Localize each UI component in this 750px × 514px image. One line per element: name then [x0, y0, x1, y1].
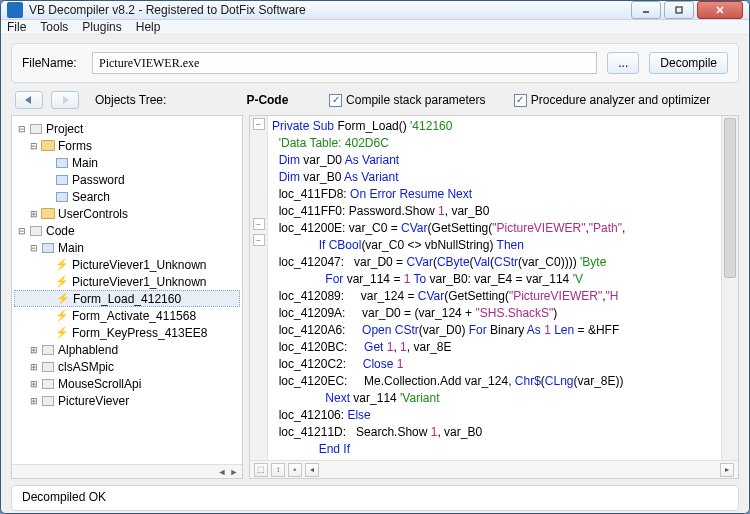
compile-stack-checkbox[interactable]: ✓ Compile stack parameters	[329, 93, 485, 107]
tree-item-event: ⚡PictureViever1_Unknown	[14, 256, 240, 273]
svg-rect-1	[676, 7, 682, 13]
code-gutter[interactable]: − − −	[250, 116, 268, 460]
code-vscroll[interactable]	[721, 116, 738, 460]
menu-tools[interactable]: Tools	[40, 20, 68, 34]
svg-marker-5	[63, 96, 69, 104]
fold-icon: −	[253, 218, 265, 230]
code-pane: − − − Private Sub Form_Load() '412160 'D…	[249, 115, 739, 479]
objects-tree-label: Objects Tree:	[95, 93, 166, 107]
scroll-right-icon: ►	[229, 467, 239, 477]
menu-file[interactable]: File	[7, 20, 26, 34]
bolt-icon: ⚡	[55, 292, 71, 306]
tree-item-selected: ⚡Form_Load_412160	[14, 290, 240, 307]
nav-forward-button[interactable]	[51, 91, 79, 109]
bolt-icon: ⚡	[54, 309, 70, 323]
split-panel: ⊟Project ⊟Forms Main Password Search ⊞Us…	[11, 115, 739, 479]
titlebar[interactable]: VB Decompiler v8.2 - Registered to DotFi…	[1, 1, 749, 20]
pcode-header: P-Code	[246, 93, 288, 107]
nav-back-button[interactable]	[15, 91, 43, 109]
tool-button[interactable]: ◂	[305, 463, 319, 477]
svg-marker-4	[25, 96, 31, 104]
code-view[interactable]: Private Sub Form_Load() '412160 'Data Ta…	[268, 116, 721, 460]
objects-tree[interactable]: ⊟Project ⊟Forms Main Password Search ⊞Us…	[12, 116, 242, 464]
tree-pane: ⊟Project ⊟Forms Main Password Search ⊞Us…	[11, 115, 243, 479]
check-icon: ✓	[514, 94, 527, 107]
status-text: Decompiled OK	[22, 490, 106, 504]
close-button[interactable]	[697, 1, 743, 19]
menu-plugins[interactable]: Plugins	[82, 20, 121, 34]
window-title: VB Decompiler v8.2 - Registered to DotFi…	[29, 3, 628, 17]
tree-hscroll[interactable]: ◄ ►	[12, 464, 242, 478]
procedure-analyzer-checkbox[interactable]: ✓ Procedure analyzer and optimizer	[514, 93, 710, 107]
bolt-icon: ⚡	[54, 258, 70, 272]
main-window: VB Decompiler v8.2 - Registered to DotFi…	[0, 0, 750, 514]
app-icon	[7, 2, 23, 18]
toolbar-row: Objects Tree: P-Code ✓ Compile stack par…	[11, 89, 739, 109]
browse-button[interactable]: ...	[607, 52, 639, 74]
scroll-right-icon[interactable]: ▸	[720, 463, 734, 477]
file-panel: FileName: ... Decompile	[11, 43, 739, 83]
bolt-icon: ⚡	[54, 275, 70, 289]
tool-button[interactable]: ⬚	[254, 463, 268, 477]
menubar: File Tools Plugins Help	[1, 20, 749, 35]
menu-help[interactable]: Help	[136, 20, 161, 34]
fold-icon: −	[253, 234, 265, 246]
code-toolbar: ⬚ ↕ ▪ ◂ ▸	[250, 460, 738, 478]
fold-icon: −	[253, 118, 265, 130]
filename-input[interactable]	[92, 52, 597, 74]
maximize-button[interactable]	[664, 1, 694, 19]
bolt-icon: ⚡	[54, 326, 70, 340]
tool-button[interactable]: ↕	[271, 463, 285, 477]
decompile-button[interactable]: Decompile	[649, 52, 728, 74]
minimize-button[interactable]	[631, 1, 661, 19]
tool-button[interactable]: ▪	[288, 463, 302, 477]
check-icon: ✓	[329, 94, 342, 107]
filename-label: FileName:	[22, 56, 82, 70]
content-area: FileName: ... Decompile Objects Tree: P-…	[1, 35, 749, 514]
scroll-left-icon: ◄	[217, 467, 227, 477]
status-bar: Decompiled OK	[11, 485, 739, 511]
